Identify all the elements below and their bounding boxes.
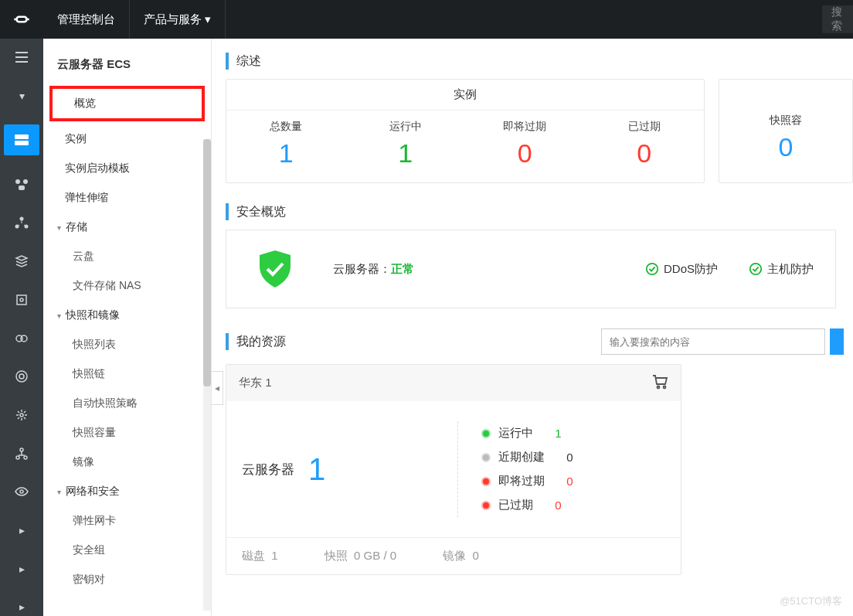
svg-point-21	[750, 264, 761, 274]
cart-icon[interactable]	[651, 374, 668, 392]
menu-nas[interactable]: 文件存储 NAS	[43, 271, 211, 301]
server-icon[interactable]	[4, 124, 39, 155]
stat-item: 已过期0	[585, 111, 705, 182]
logo-icon[interactable]	[0, 0, 43, 39]
resource-card: 华东 1 云服务器 1 运行中 1近期创建 0即将过期 0已过期 0 磁盘 1快…	[226, 364, 681, 575]
svg-point-17	[16, 456, 19, 459]
cloud-icon[interactable]	[0, 329, 43, 348]
status-dot	[481, 453, 491, 462]
chevron-right-icon-3[interactable]: ▸	[0, 597, 43, 616]
footer-item: 磁盘 1	[242, 549, 278, 563]
status-value: 1	[555, 427, 561, 440]
stat-item: 运行中1	[346, 111, 466, 182]
menu-launch-template[interactable]: 实例启动模板	[43, 154, 211, 183]
svg-rect-2	[15, 141, 29, 145]
search-input[interactable]: 搜索	[822, 5, 853, 33]
menu-keypair[interactable]: 密钥对	[43, 565, 211, 594]
svg-point-22	[658, 386, 660, 389]
scrollbar-thumb[interactable]	[203, 139, 211, 386]
group-network[interactable]: 网络和安全	[43, 477, 211, 506]
products-dropdown[interactable]: 产品与服务 ▾	[130, 0, 226, 39]
submenu-title: 云服务器 ECS	[43, 39, 211, 86]
svg-point-13	[16, 371, 27, 382]
svg-rect-9	[17, 295, 26, 305]
shape-icon[interactable]	[0, 175, 43, 194]
menu-image[interactable]: 镜像	[43, 448, 211, 477]
section-summary-title: 综述	[226, 53, 853, 70]
group-storage[interactable]: 存储	[43, 213, 211, 242]
status-label: 近期创建	[498, 450, 545, 465]
svg-point-3	[15, 179, 20, 184]
svg-rect-0	[17, 17, 27, 22]
group-snapshot[interactable]: 快照和镜像	[43, 301, 211, 330]
menu-icon[interactable]	[0, 48, 43, 66]
svg-point-14	[19, 374, 24, 379]
stat-label: 总数量	[226, 120, 346, 134]
nodes-icon[interactable]	[0, 214, 43, 233]
region-label: 华东 1	[239, 376, 272, 390]
menu-snapshot-list[interactable]: 快照列表	[43, 330, 211, 359]
eye-icon[interactable]	[0, 482, 43, 501]
svg-point-19	[20, 490, 23, 493]
section-security-title: 安全概览	[226, 203, 853, 220]
status-label: 已过期	[498, 498, 533, 512]
chevron-right-icon-2[interactable]: ▸	[0, 560, 43, 578]
security-overview-card: 云服务器：正常 DDoS防护 主机防护	[226, 230, 836, 308]
stat-label: 已过期	[585, 120, 705, 134]
resource-search-input[interactable]	[601, 328, 825, 355]
top-bar: 管理控制台 产品与服务 ▾ 搜索	[0, 0, 853, 39]
sub-menu: 云服务器 ECS 概览 实例 实例启动模板 弹性伸缩 存储 云盘 文件存储 NA…	[43, 39, 212, 616]
status-dot	[481, 429, 491, 438]
stat-value: 1	[226, 138, 346, 168]
main-content: ◂ 综述 实例 总数量1运行中1即将过期0已过期0 快照容 0 安全概览 云服务…	[212, 39, 853, 616]
stat-value: 0	[465, 138, 585, 168]
menu-disk[interactable]: 云盘	[43, 242, 211, 271]
status-line: 即将过期 0	[481, 469, 665, 493]
menu-auto-scaling[interactable]: 弹性伸缩	[43, 183, 211, 213]
status-dot	[481, 501, 491, 510]
stat-item: 即将过期0	[465, 111, 585, 182]
instance-card: 实例 总数量1运行中1即将过期0已过期0	[226, 79, 705, 183]
star-icon[interactable]	[0, 406, 43, 424]
chevron-right-icon-1[interactable]: ▸	[0, 521, 43, 539]
ddos-check: DDoS防护	[645, 262, 718, 277]
menu-security-group[interactable]: 安全组	[43, 536, 211, 565]
menu-instances[interactable]: 实例	[43, 124, 211, 154]
shield-icon	[248, 246, 302, 292]
svg-point-23	[664, 386, 666, 389]
stat-value: 0	[585, 138, 705, 168]
status-line: 运行中 1	[481, 421, 665, 445]
snapshot-label: 快照容	[719, 114, 852, 128]
svg-point-10	[20, 298, 23, 301]
svg-rect-1	[15, 134, 29, 139]
menu-auto-snapshot[interactable]: 自动快照策略	[43, 389, 211, 418]
footer-item: 快照 0 GB / 0	[325, 549, 396, 563]
svg-point-20	[647, 264, 658, 274]
svg-point-18	[24, 456, 27, 459]
status-value: 0	[566, 451, 573, 464]
menu-snapshot-capacity[interactable]: 快照容量	[43, 418, 211, 448]
status-value: 0	[555, 499, 561, 512]
host-check: 主机防护	[749, 262, 814, 277]
target-icon[interactable]	[0, 367, 43, 386]
menu-overview[interactable]: 概览	[49, 86, 205, 121]
snapshot-value: 0	[719, 132, 852, 162]
footer-item: 镜像 0	[443, 549, 479, 563]
console-link[interactable]: 管理控制台	[43, 0, 130, 39]
status-dot	[481, 477, 491, 486]
menu-snapshot-chain[interactable]: 快照链	[43, 359, 211, 389]
stack-icon[interactable]	[0, 252, 43, 271]
menu-eni[interactable]: 弹性网卡	[43, 506, 211, 536]
status-label: 运行中	[498, 426, 533, 441]
search-button[interactable]	[830, 328, 844, 355]
svg-point-4	[23, 179, 28, 184]
tree-icon[interactable]	[0, 444, 43, 463]
snapshot-card: 快照容 0	[719, 79, 853, 183]
collapse-sidebar-tab[interactable]: ◂	[212, 371, 223, 405]
chevron-down-icon[interactable]: ▾	[0, 87, 43, 105]
stat-label: 即将过期	[465, 120, 585, 134]
cube-icon[interactable]	[0, 291, 43, 309]
svg-point-15	[20, 414, 23, 417]
server-label: 云服务器	[242, 461, 294, 478]
section-myres-title: 我的资源	[226, 333, 286, 350]
